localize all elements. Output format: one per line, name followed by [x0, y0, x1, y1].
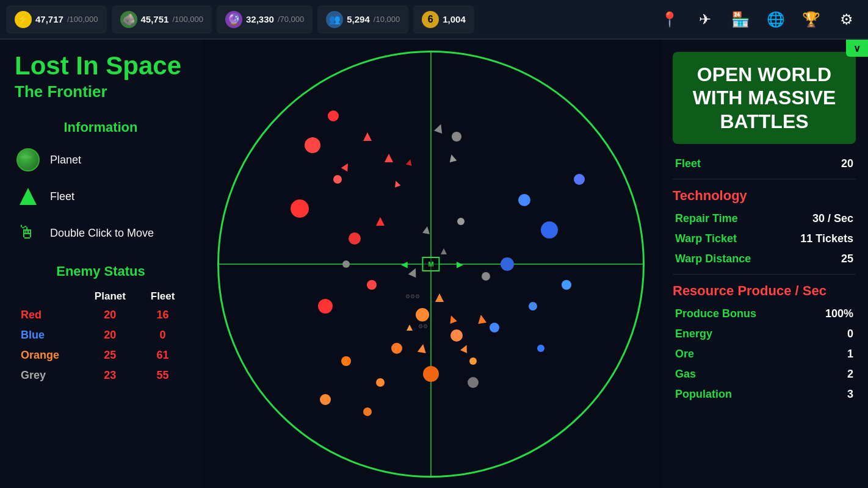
galaxy-map[interactable]: M ◀ ▶ ⚙⚙⚙ ⚙⚙: [217, 51, 645, 478]
mail-button[interactable]: ✈: [690, 4, 720, 35]
blue-planet: [529, 302, 537, 310]
fleet-value: 20: [841, 157, 853, 170]
red-fleet: [363, 132, 372, 141]
coin-icon: 6: [422, 11, 439, 28]
blue-planet: [501, 257, 514, 271]
blue-planet: [518, 194, 530, 206]
grey-planet: [482, 272, 490, 281]
energy-max: /100,000: [67, 15, 98, 24]
grey-fleet: [408, 267, 420, 278]
energy-produce-row: Energy 0: [673, 324, 856, 344]
gas-produce-row: Gas 2: [673, 364, 856, 384]
grey-fleet: [441, 248, 447, 254]
repair-time-row: Repair Time 30 / Sec: [673, 209, 856, 229]
game-subtitle: The Frontier: [15, 82, 187, 101]
grey-fleet: [422, 226, 431, 234]
produce-bonus-label: Produce Bonus: [675, 307, 756, 320]
orange-fleet: [477, 314, 486, 324]
move-legend-icon: 🖱: [15, 220, 42, 246]
gas-current: 32,330: [246, 14, 274, 24]
pop-max: /10,000: [374, 15, 400, 24]
ore-current: 45,751: [141, 14, 169, 24]
blue-planet: [562, 280, 571, 290]
collapse-button[interactable]: ∨: [846, 40, 868, 57]
red-fleet: [406, 159, 413, 166]
orange-planet: [376, 378, 385, 387]
map-circle[interactable]: M ◀ ▶ ⚙⚙⚙ ⚙⚙: [217, 51, 645, 478]
blue-planet: [490, 323, 499, 332]
orange-fleet: [407, 325, 413, 331]
orange-planet: [450, 329, 463, 342]
orange-planet: [363, 407, 372, 416]
resource-produce-title: Resource Produce / Sec: [673, 283, 856, 299]
info-fleet-item: Fleet: [15, 183, 187, 210]
produce-bonus-value: 100%: [825, 307, 853, 320]
globe-button[interactable]: 🌐: [761, 4, 791, 35]
gas-icon: 🔮: [225, 11, 242, 28]
trophy-button[interactable]: 🏆: [796, 4, 826, 35]
red-planet: [328, 110, 339, 121]
blue-planet: [541, 221, 558, 239]
divider: [673, 274, 856, 274]
fleet-legend-icon: [15, 183, 42, 210]
coin-value: 1,004: [443, 14, 466, 24]
red-planet: [291, 199, 309, 218]
grey-fleet: [447, 154, 457, 163]
divider: [673, 179, 856, 179]
red-fleet: [376, 217, 385, 226]
fleet-row: Fleet 20: [673, 154, 856, 174]
enemy-col-fleet: Fleet: [139, 288, 187, 305]
shop-button[interactable]: 🏪: [725, 4, 756, 35]
red-planet: [305, 137, 320, 153]
coins-resource: 6 1,004: [413, 5, 474, 34]
red-planet: [333, 175, 342, 184]
enemy-blue-planet: 20: [82, 325, 139, 345]
grey-planet: [452, 132, 461, 142]
gas-produce-label: Gas: [675, 368, 696, 381]
promo-line2: WITH MASSIVE BATTLES: [682, 86, 846, 133]
energy-produce-label: Energy: [675, 328, 712, 340]
population-produce-label: Population: [675, 388, 732, 401]
galaxy-map-area[interactable]: M ◀ ▶ ⚙⚙⚙ ⚙⚙: [201, 40, 660, 488]
orange-fleet: [418, 343, 427, 353]
enemy-orange-name: Orange: [15, 345, 82, 365]
red-fleet: [341, 162, 351, 171]
grey-fleet: [434, 123, 445, 134]
orange-planet: [391, 343, 402, 354]
enemy-red-fleet: 16: [139, 305, 187, 325]
enemy-grey-fleet: 55: [139, 365, 187, 386]
gas-resource: 🔮 32,330 /70,000: [217, 5, 313, 34]
table-row: Grey 23 55: [15, 365, 187, 386]
left-panel: Lost In Space The Frontier Information P…: [0, 40, 201, 488]
pop-resource: 👥 5,294 /10,000: [317, 5, 408, 34]
promo-banner: OPEN WORLD WITH MASSIVE BATTLES: [673, 52, 856, 144]
info-planet-item: Planet: [15, 146, 187, 173]
pop-icon: 👥: [326, 11, 343, 28]
enemy-blue-name: Blue: [15, 325, 82, 345]
settings-button[interactable]: ⚙: [831, 4, 862, 35]
fleet-label: Fleet: [50, 190, 74, 203]
ore-produce-label: Ore: [675, 348, 694, 361]
warp-distance-row: Warp Distance 25: [673, 249, 856, 269]
ore-produce-value: 1: [847, 348, 853, 361]
edge-planet: [342, 260, 350, 268]
ore-resource: 🪨 45,751 /100,000: [112, 5, 212, 34]
information-section: Information Planet Fleet 🖱 Double Click …: [15, 120, 187, 246]
enemy-orange-fleet: 61: [139, 345, 187, 365]
ore-max: /100,000: [172, 15, 203, 24]
produce-bonus-row: Produce Bonus 100%: [673, 304, 856, 324]
game-title: Lost In Space: [15, 52, 187, 80]
gas-max: /70,000: [278, 15, 304, 24]
enemy-blue-fleet: 0: [139, 325, 187, 345]
planet-circle: [16, 148, 40, 171]
crosshair-arrow-left: ◀: [401, 259, 408, 269]
ore-produce-row: Ore 1: [673, 344, 856, 364]
energy-current: 47,717: [35, 14, 63, 24]
population-produce-row: Population 3: [673, 384, 856, 404]
location-button[interactable]: 📍: [654, 4, 685, 35]
gas-produce-value: 2: [847, 368, 853, 381]
ore-icon: 🪨: [120, 11, 137, 28]
player-marker: M: [422, 257, 439, 271]
fleet-label: Fleet: [675, 157, 701, 170]
promo-line1: OPEN WORLD: [682, 63, 846, 86]
